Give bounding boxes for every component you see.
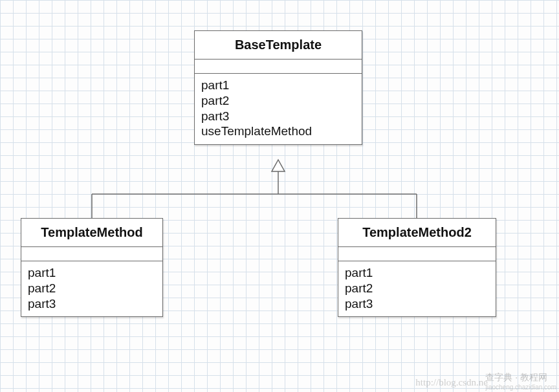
inheritance-arrowhead-icon <box>272 160 285 171</box>
class-name: BaseTemplate <box>195 31 362 60</box>
class-methods: part1 part2 part3 <box>21 261 162 316</box>
method: part1 <box>201 78 355 93</box>
class-methods: part1 part2 part3 <box>338 261 496 316</box>
method: part3 <box>28 296 156 312</box>
method: part1 <box>28 265 156 281</box>
class-attributes-empty <box>338 247 496 261</box>
class-attributes-empty <box>195 60 362 74</box>
uml-class-template-method: TemplateMethod part1 part2 part3 <box>21 218 163 317</box>
method: part3 <box>345 296 489 312</box>
class-name: TemplateMethod2 <box>338 219 496 247</box>
method: part2 <box>345 281 489 296</box>
method: part1 <box>345 265 489 281</box>
uml-class-base: BaseTemplate part1 part2 part3 useTempla… <box>194 30 362 145</box>
method: useTemplateMethod <box>201 124 355 139</box>
class-name: TemplateMethod <box>21 219 162 247</box>
method: part3 <box>201 109 355 124</box>
class-methods: part1 part2 part3 useTemplateMethod <box>195 74 362 144</box>
method: part2 <box>201 93 355 109</box>
method: part2 <box>28 281 156 296</box>
watermark-site: 查字典 · 教程网 jiaocheng.chazidian.com <box>485 372 556 391</box>
watermark-site-cn: 查字典 · 教程网 <box>485 372 547 382</box>
class-attributes-empty <box>21 247 162 261</box>
watermark-url: http://blog.csdn.ne <box>415 377 488 388</box>
watermark-site-pinyin: jiaocheng.chazidian.com <box>485 384 556 391</box>
uml-class-template-method-2: TemplateMethod2 part1 part2 part3 <box>338 218 496 317</box>
